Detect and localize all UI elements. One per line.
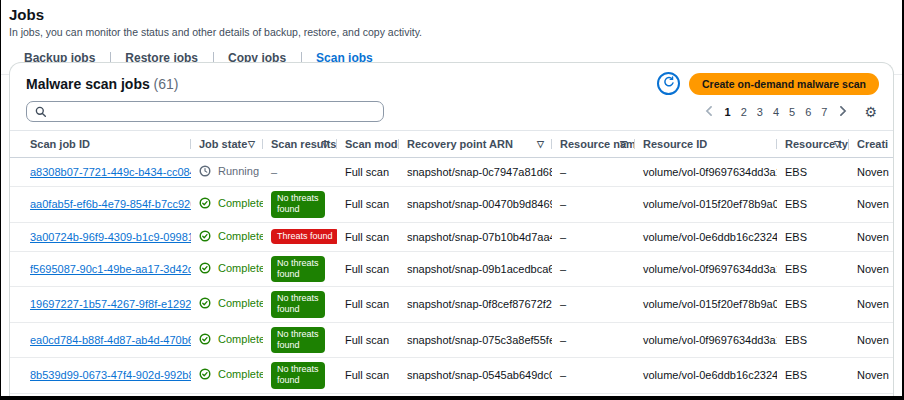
filter-icon[interactable]: ▽ (248, 139, 255, 149)
preferences-button[interactable]: ⚙ (862, 104, 879, 120)
resource-id-cell: volume/vol-0e6ddb16c23245d33 (635, 393, 777, 396)
gear-icon: ⚙ (864, 104, 877, 120)
column-header-resource-id: Resource ID (635, 131, 777, 158)
table-header-row: Scan job ID▽Job state▽Scan resultsScan m… (10, 131, 893, 158)
scan-result-badge: No threats found (271, 362, 325, 389)
page-button-7[interactable]: 7 (816, 104, 832, 120)
resource-name-cell: – (552, 187, 635, 223)
panel-title-text: Malware scan jobs (26, 76, 150, 92)
resource-type-cell: EBS (777, 251, 849, 287)
panel-actions: Create on-demand malware scan (657, 72, 879, 95)
scan-mode-cell: Full scan (337, 358, 399, 394)
table-row: aa0fab5f-ef6b-4e79-854f-b7cc92038b55 Com… (10, 187, 893, 223)
resource-name-cell: – (552, 251, 635, 287)
scan-result-badge: No threats found (271, 256, 325, 283)
column-label: Creati (857, 138, 888, 150)
search-box[interactable] (26, 101, 384, 122)
page-title: Jobs (9, 6, 902, 23)
page-button-3[interactable]: 3 (752, 104, 768, 120)
resource-name-cell: – (552, 358, 635, 394)
column-label: Resource name (560, 138, 635, 150)
page-button-5[interactable]: 5 (784, 104, 800, 120)
resource-type-cell: EBS (777, 287, 849, 323)
check-circle-icon (199, 262, 211, 276)
resource-type-cell: EBS (777, 393, 849, 396)
resource-id-cell: volume/vol-0f9697634dd3a11d0 (635, 251, 777, 287)
scan-results-cell: No threats found (263, 322, 337, 358)
job-state-label: Completed (218, 197, 263, 209)
refresh-button[interactable] (657, 72, 680, 95)
column-header-job-state: ▽Job state (191, 131, 263, 158)
resource-name-cell: – (552, 322, 635, 358)
page-button-6[interactable]: 6 (800, 104, 816, 120)
job-state-label: Completed (218, 333, 263, 345)
refresh-icon (663, 76, 675, 91)
column-header-scan-mode: Scan mode (337, 131, 399, 158)
job-state-cell: Completed (191, 322, 263, 358)
scan-mode-cell: Full scan (337, 287, 399, 323)
scan-result-badge: No threats found (271, 191, 325, 218)
search-input[interactable] (52, 105, 375, 119)
check-circle-icon (199, 333, 211, 347)
column-label: Scan results (271, 138, 336, 150)
resource-type-cell: EBS (777, 322, 849, 358)
job-state-label: Completed (218, 262, 263, 274)
clock-icon (199, 165, 211, 179)
page-button-4[interactable]: 4 (768, 104, 784, 120)
resource-name-cell: – (552, 222, 635, 251)
page-numbers: 1234567 (720, 104, 833, 120)
scan-job-id-link[interactable]: 3a00724b-96f9-4309-b1c9-09981e2da0fe (30, 231, 191, 243)
scan-mode-cell: Full scan (337, 393, 399, 396)
next-page-button[interactable] (836, 102, 850, 121)
scan-results-cell: Threats found (263, 222, 337, 251)
column-header-scan-results: ▽Scan results (263, 131, 337, 158)
resource-id-cell: volume/vol-0e6ddb16c23245d33 (635, 358, 777, 394)
recovery-point-arn-cell: snapshot/snap-075c3a8ef55fe2810 (399, 322, 552, 358)
column-header-creati: Creati (849, 131, 893, 158)
job-state-cell: Completed (191, 187, 263, 223)
job-state-cell: Completed (191, 287, 263, 323)
page-header: Jobs In jobs, you can monitor the status… (1, 0, 902, 38)
scan-mode-cell: Full scan (337, 251, 399, 287)
job-state-cell: Completed (191, 251, 263, 287)
recovery-point-arn-cell: snapshot/snap-0545ab649dc008221 (399, 358, 552, 394)
search-icon (35, 103, 46, 121)
scan-job-id-link[interactable]: 19697227-1b57-4267-9f8f-e1292720dfb1 (30, 298, 191, 310)
scan-results-cell: No threats found (263, 251, 337, 287)
column-label: Job state (199, 138, 247, 150)
scan-mode-cell: Full scan (337, 222, 399, 251)
scan-job-id-link[interactable]: a8308b07-7721-449c-b434-cc0841557cee (30, 166, 191, 178)
page-button-1[interactable]: 1 (720, 104, 736, 120)
check-circle-icon (199, 230, 211, 244)
job-state-cell: Completed (191, 358, 263, 394)
table-toolbar: 1234567 ⚙ (10, 98, 893, 130)
resource-type-cell: EBS (777, 222, 849, 251)
scan-results-cell: No threats found (263, 187, 337, 223)
recovery-point-arn-cell: snapshot/snap-07b10b4d7aa4852d5 (399, 222, 552, 251)
scan-results-cell: No threats found (263, 287, 337, 323)
job-state-cell: Completed (191, 393, 263, 396)
column-label: Scan job ID (30, 138, 90, 150)
scan-results-cell: – (263, 158, 337, 187)
job-state-label: Completed (218, 230, 263, 242)
chevron-right-icon (839, 104, 847, 119)
scan-job-id-link[interactable]: f5695087-90c1-49be-aa17-3d42df760bba (30, 263, 191, 275)
page-button-2[interactable]: 2 (736, 104, 752, 120)
jobs-count: (61) (154, 76, 179, 92)
scan-job-id-link[interactable]: 8b539d99-0673-47f4-902d-992b859ee35b (30, 369, 191, 381)
column-header-resource-type: ▽Resource type (777, 131, 849, 158)
filter-icon[interactable]: ▽ (537, 139, 544, 149)
scan-mode-cell: Full scan (337, 187, 399, 223)
creation-time-cell: Noven (849, 187, 893, 223)
create-on-demand-scan-button[interactable]: Create on-demand malware scan (689, 73, 879, 95)
page-frame: Jobs In jobs, you can monitor the status… (0, 0, 904, 400)
scan-job-id-link[interactable]: ea0cd784-b88f-4d87-ab4d-470b6960bdd8 (30, 334, 191, 346)
table-row: ea0cd784-b88f-4d87-ab4d-470b6960bdd8 Com… (10, 322, 893, 358)
job-state-cell: Running (191, 158, 263, 187)
column-label: Scan mode (345, 138, 399, 150)
recovery-point-arn-cell: snapshot/snap-00470b9d8469c4624 (399, 187, 552, 223)
scan-results-cell: No threats found (263, 358, 337, 394)
previous-page-button[interactable] (702, 102, 716, 121)
table-row: 4a21065b-0c4b-4a26-88c7-b6044faa16e7 Com… (10, 393, 893, 396)
scan-job-id-link[interactable]: aa0fab5f-ef6b-4e79-854f-b7cc92038b55 (30, 198, 191, 210)
